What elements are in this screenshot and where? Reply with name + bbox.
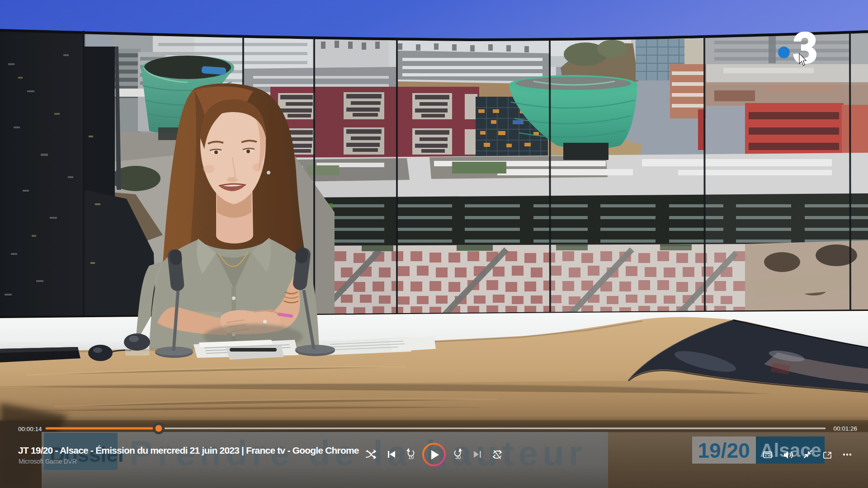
svg-text:Microsoft Game DVR: Microsoft Game DVR (19, 458, 77, 465)
svg-text:30: 30 (455, 455, 461, 460)
svg-text:00:00:14: 00:00:14 (18, 426, 42, 432)
svg-text:JT 19/20 - Alsace - Émission d: JT 19/20 - Alsace - Émission du mercredi… (18, 445, 359, 455)
svg-text:19/20: 19/20 (698, 439, 750, 462)
svg-text:10: 10 (408, 455, 414, 460)
svg-text:00:01:26: 00:01:26 (833, 425, 857, 432)
